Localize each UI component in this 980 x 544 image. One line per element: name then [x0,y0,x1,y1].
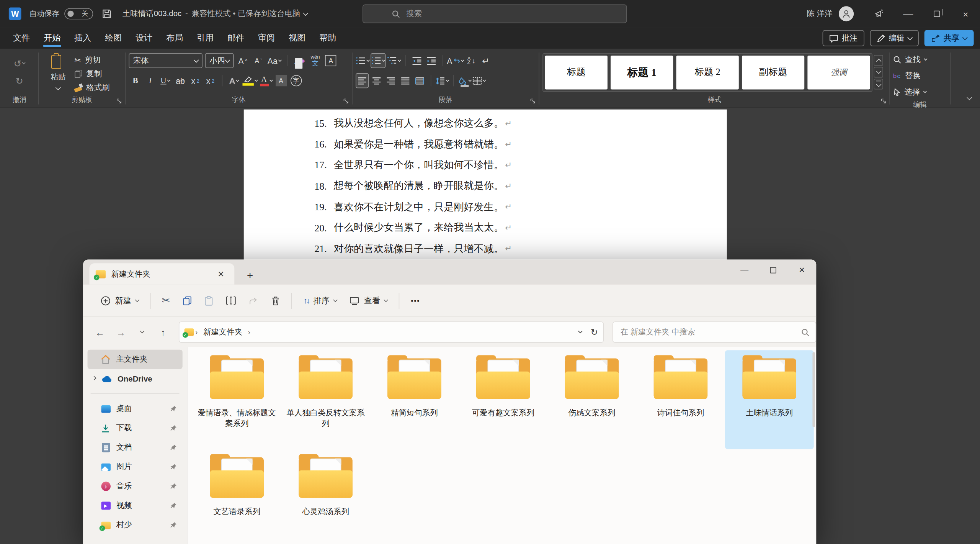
tab-file[interactable]: 文件 [6,28,37,49]
superscript-button[interactable]: x2 [204,73,217,88]
styles-scroll-up[interactable] [874,55,883,66]
tab-close-icon[interactable]: ✕ [214,269,228,279]
delete-button[interactable] [265,290,287,311]
tab-design[interactable]: 设计 [129,28,159,49]
strikethrough-button[interactable]: ab [174,73,187,88]
restore-button[interactable] [923,0,951,28]
paste-button[interactable] [198,290,220,311]
expand-chevron-icon[interactable] [88,378,100,379]
styles-scroll-down[interactable] [874,67,883,78]
tab-references[interactable]: 引用 [190,28,220,49]
decrease-indent-button[interactable] [410,53,423,68]
save-icon[interactable] [102,9,112,19]
clipboard-dialog-launcher[interactable] [116,98,122,104]
undo-button[interactable]: ↺ [13,56,26,71]
folder-item[interactable]: 单人独白类反转文案系列 [281,350,370,449]
word-search-box[interactable] [363,4,627,23]
distribute-button[interactable] [413,73,426,88]
shading-button[interactable] [458,73,471,88]
sort-button[interactable]: AZ ↓ [465,53,478,68]
tab-mailings[interactable]: 邮件 [220,28,251,49]
redo-button[interactable]: ↻ [13,74,26,88]
tab-insert[interactable]: 插入 [67,28,98,49]
cut-button[interactable]: ✂ [156,290,177,311]
new-button[interactable]: 新建 [95,290,145,311]
format-painter-button[interactable]: 格式刷 [74,81,109,95]
styles-gallery-expand[interactable] [874,79,883,90]
style-title[interactable]: 标题 [545,55,608,89]
paragraph-dialog-launcher[interactable] [530,98,536,104]
content-scrollbar[interactable] [812,352,815,427]
change-case-button[interactable]: Aa [268,53,281,68]
view-button[interactable]: 查看 [343,290,394,311]
sidebar-item-cunshao[interactable]: 村少 [88,515,183,535]
folder-item[interactable]: 伤感文案系列 [547,350,636,449]
sidebar-item-pictures[interactable]: 图片 [88,457,183,477]
find-button[interactable]: 查找 [893,51,927,67]
styles-dialog-launcher[interactable] [880,98,886,104]
address-box[interactable]: › 新建文件夹 › ↻ [178,321,603,343]
align-center-button[interactable] [370,73,383,88]
sidebar-item-desktop[interactable]: 桌面 [88,399,183,419]
explorer-tab[interactable]: 新建文件夹 ✕ [89,263,234,285]
style-emphasis[interactable]: 强调 [807,55,870,89]
font-dialog-launcher[interactable] [343,98,349,104]
folder-item[interactable]: 可爱有趣文案系列 [459,350,547,449]
copy-button[interactable]: 复制 [74,67,109,81]
comments-button[interactable]: 批注 [823,30,864,46]
folder-item[interactable]: 诗词佳句系列 [636,350,725,449]
folder-item[interactable]: 精简短句系列 [370,350,459,449]
show-marks-button[interactable]: ↵ [479,53,492,68]
avatar[interactable] [839,6,854,21]
explorer-maximize-button[interactable] [759,260,787,281]
autosave-toggle[interactable]: 关 [64,8,93,19]
shrink-font-button[interactable]: Aˇ [252,53,265,68]
sidebar-item-downloads[interactable]: 下载 [88,418,183,438]
explorer-minimize-button[interactable]: — [730,260,759,281]
bullets-button[interactable] [356,53,369,68]
copy-button[interactable] [176,290,198,311]
character-border-button[interactable]: A [324,53,337,68]
collapse-ribbon-button[interactable] [967,91,971,102]
font-color-button[interactable]: A [260,73,273,88]
grow-font-button[interactable]: A^ [236,53,249,68]
editing-mode-button[interactable]: 编辑 [870,30,919,46]
align-left-button[interactable] [356,73,369,88]
align-right-button[interactable] [384,73,397,88]
folder-item-selected[interactable]: 土味情话系列 [725,350,814,449]
share-button[interactable] [243,290,265,311]
enclose-characters-button[interactable]: 字 [289,73,302,88]
whats-new-icon[interactable] [865,0,894,28]
forward-button[interactable]: → [112,323,130,341]
phonetic-guide-button[interactable]: wén文 [309,53,322,68]
sidebar-item-music[interactable]: ♪ 音乐 [88,477,183,496]
refresh-icon[interactable]: ↻ [591,327,598,337]
close-button[interactable]: × [951,0,980,28]
share-button[interactable]: 共享 [924,30,974,46]
tab-home[interactable]: 开始 [37,28,67,49]
word-search-input[interactable] [405,9,593,19]
justify-button[interactable] [399,73,412,88]
style-subtitle[interactable]: 副标题 [742,55,804,89]
font-size-combo[interactable]: 小四 [205,53,234,68]
character-shading-button[interactable]: A [274,73,287,88]
text-effects-button[interactable]: A [227,73,240,88]
sidebar-item-onedrive[interactable]: OneDrive [88,369,183,388]
tab-draw[interactable]: 绘图 [98,28,129,49]
highlight-button[interactable] [242,73,257,88]
sidebar-item-documents[interactable]: 文档 [88,438,183,457]
explorer-search-input[interactable] [619,327,801,337]
underline-button[interactable]: U [159,73,172,88]
folder-item[interactable]: 爱情语录、情感标题文案系列 [193,350,281,449]
folder-item[interactable]: 文艺语录系列 [193,449,281,544]
sort-button[interactable]: ↑↓ 排序 [297,290,343,311]
numbering-button[interactable] [371,53,385,68]
multilevel-list-button[interactable] [387,53,401,68]
tab-view[interactable]: 视图 [282,28,312,49]
tab-help[interactable]: 帮助 [312,28,343,49]
document-title[interactable]: 土味情话003.doc - 兼容性模式 • 已保存到这台电脑 [122,8,308,19]
new-tab-button[interactable]: + [242,270,258,282]
replace-button[interactable]: bc 替换 [893,67,921,84]
paste-button[interactable]: 粘贴 [42,50,74,90]
explorer-search-box[interactable] [612,321,816,343]
